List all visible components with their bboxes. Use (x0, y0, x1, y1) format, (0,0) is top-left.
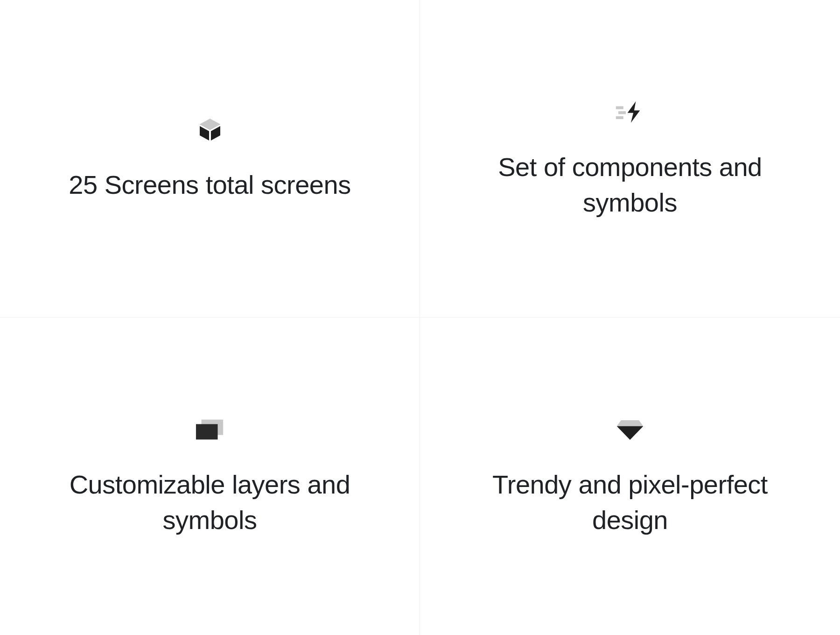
feature-card-screens: 25 Screens total screens (0, 0, 420, 318)
feature-title: Customizable layers and symbols (65, 467, 355, 537)
feature-title: 25 Screens total screens (69, 167, 350, 203)
feature-card-design: Trendy and pixel-perfect design (420, 318, 840, 635)
feature-card-components: Set of components and symbols (420, 0, 840, 318)
feature-card-layers: Customizable layers and symbols (0, 318, 420, 635)
svg-marker-12 (617, 426, 644, 440)
svg-rect-5 (616, 106, 623, 109)
feature-title: Set of components and symbols (485, 149, 775, 220)
bolt-lines-icon (615, 97, 645, 127)
svg-rect-6 (618, 111, 626, 114)
svg-marker-8 (628, 101, 640, 123)
layers-icon (195, 415, 225, 444)
box-icon (195, 115, 225, 145)
feature-grid: 25 Screens total screens Set of componen… (0, 0, 840, 635)
svg-marker-11 (617, 420, 644, 426)
svg-rect-10 (196, 424, 217, 440)
feature-title: Trendy and pixel-perfect design (485, 467, 775, 537)
svg-rect-7 (616, 116, 623, 119)
diamond-icon (615, 415, 645, 444)
